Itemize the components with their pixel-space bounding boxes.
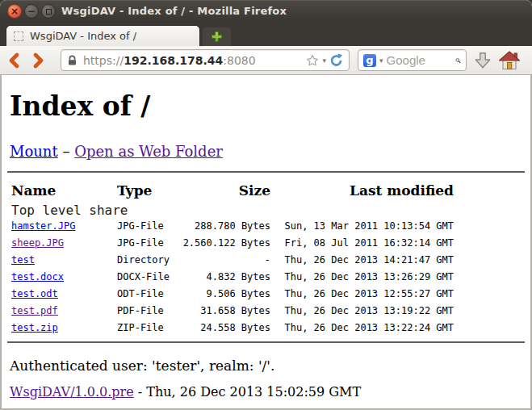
mount-link[interactable]: Mount: [10, 143, 58, 160]
table-row: test.docx DOCX-File 4.832 Bytes Thu, 26 …: [11, 269, 530, 286]
navigation-toolbar: https://192.168.178.44:8080 ▾ g ▾: [0, 46, 532, 75]
page-content: Index of / Mount – Open as Web Folder Na…: [0, 75, 532, 410]
window-close-button[interactable]: ×: [7, 4, 22, 19]
window-maximize-button[interactable]: [41, 4, 56, 19]
file-modified: Fri, 08 Jul 2011 16:32:14 GMT: [270, 235, 454, 252]
page-title: Index of /: [10, 90, 522, 122]
file-size: 2.560.122 Bytes: [171, 235, 270, 252]
window-minimize-button[interactable]: −: [24, 4, 39, 19]
maximize-icon: [46, 9, 52, 15]
tab-label: WsgiDAV - Index of /: [30, 30, 136, 42]
url-dropdown-caret-icon[interactable]: ▾: [322, 56, 326, 65]
file-type: DOCX-File: [117, 269, 171, 286]
footer-timestamp: - Thu, 26 Dec 2013 15:02:59 GMT: [134, 384, 361, 400]
file-link[interactable]: test.zip: [11, 322, 58, 333]
search-input[interactable]: [387, 53, 456, 67]
file-modified: Sun, 13 Mar 2011 10:13:54 GMT: [270, 218, 454, 235]
file-table-body: hamster.JPG JPG-File 288.780 Bytes Sun, …: [11, 218, 530, 337]
file-link[interactable]: test.pdf: [11, 305, 58, 316]
file-modified: Thu, 26 Dec 2013 13:19:22 GMT: [270, 303, 454, 320]
table-row: test.pdf PDF-File 31.658 Bytes Thu, 26 D…: [11, 303, 530, 320]
url-bar[interactable]: https://192.168.178.44:8080 ▾: [61, 49, 350, 71]
table-row: test.zip ZIP-File 24.558 Bytes Thu, 26 D…: [11, 320, 530, 337]
open-as-web-folder-link[interactable]: Open as Web Folder: [74, 143, 223, 160]
downloads-button[interactable]: [472, 50, 493, 74]
browser-window: × − WsgiDAV - Index of / - Mozilla Firef…: [0, 0, 532, 410]
search-box[interactable]: g ▾: [358, 49, 467, 71]
divider-bottom: [7, 341, 525, 343]
close-icon: ×: [10, 6, 19, 16]
auth-status-line: Authenticated user: 'tester', realm: '/'…: [10, 358, 522, 374]
file-modified: Thu, 26 Dec 2013 14:21:47 GMT: [270, 252, 454, 269]
url-host: 192.168.178.44: [124, 54, 223, 67]
home-house-icon: [498, 50, 521, 71]
tab-wsgidav[interactable]: WsgiDAV - Index of /: [6, 26, 199, 46]
file-listing: Name Type Size Last modified Top level s…: [11, 182, 530, 337]
file-link[interactable]: test.docx: [11, 271, 64, 282]
url-text: https://192.168.178.44:8080: [83, 54, 306, 67]
tab-bar: WsgiDAV - Index of /: [0, 23, 532, 46]
column-header-modified: Last modified: [270, 182, 454, 199]
file-link[interactable]: hamster.JPG: [11, 220, 75, 232]
wsgidav-version-link[interactable]: WsgiDAV/1.0.0.pre: [10, 384, 134, 400]
column-header-size: Size: [171, 182, 270, 199]
share-note: Top level share: [11, 203, 530, 218]
table-row: test.odt ODT-File 9.506 Bytes Thu, 26 De…: [11, 286, 530, 303]
titlebar: × − WsgiDAV - Index of / - Mozilla Firef…: [0, 0, 532, 23]
bookmark-star-icon[interactable]: [306, 54, 319, 67]
back-button[interactable]: [4, 52, 23, 69]
google-logo-icon: g: [363, 54, 376, 67]
file-link[interactable]: sheep.JPG: [11, 237, 64, 249]
table-header-row: Name Type Size Last modified: [11, 182, 530, 199]
file-type: JPG-File: [117, 218, 171, 235]
file-type: PDF-File: [117, 303, 171, 320]
column-header-name: Name: [11, 182, 117, 199]
tab-favicon-placeholder-icon: [14, 31, 23, 41]
search-magnifier-icon[interactable]: [455, 54, 461, 67]
table-row: test Directory - Thu, 26 Dec 2013 14:21:…: [11, 252, 530, 269]
file-modified: Thu, 26 Dec 2013 13:26:29 GMT: [270, 269, 454, 286]
file-modified: Thu, 26 Dec 2013 12:55:27 GMT: [270, 286, 454, 303]
file-size: 4.832 Bytes: [171, 269, 270, 286]
file-size: 24.558 Bytes: [171, 320, 270, 337]
file-size: 9.506 Bytes: [171, 286, 270, 303]
new-tab-plus-icon: [210, 30, 224, 44]
search-engine-caret-icon[interactable]: ▾: [379, 56, 383, 65]
home-button[interactable]: [498, 50, 521, 74]
forward-button[interactable]: [29, 52, 48, 69]
file-type: JPG-File: [117, 235, 171, 252]
lock-icon: [67, 55, 77, 66]
file-link[interactable]: test.odt: [11, 288, 58, 299]
download-arrow-icon: [472, 50, 493, 71]
file-type: ODT-File: [117, 286, 171, 303]
server-footer: WsgiDAV/1.0.0.pre - Thu, 26 Dec 2013 15:…: [10, 384, 522, 400]
back-arrow-icon: [7, 52, 20, 69]
url-port: :8080: [223, 54, 255, 67]
file-modified: Thu, 26 Dec 2013 13:22:24 GMT: [270, 320, 454, 337]
file-size: 288.780 Bytes: [171, 218, 270, 235]
file-type: Directory: [117, 252, 171, 269]
file-size: -: [171, 252, 270, 269]
forward-arrow-icon: [32, 52, 45, 69]
file-type: ZIP-File: [117, 320, 171, 337]
divider-top: [7, 171, 525, 173]
new-tab-button[interactable]: [203, 27, 231, 46]
window-title: WsgiDAV - Index of / - Mozilla Firefox: [61, 0, 287, 23]
file-size: 31.658 Bytes: [171, 303, 270, 320]
minimize-icon: −: [27, 6, 36, 16]
table-row: hamster.JPG JPG-File 288.780 Bytes Sun, …: [11, 218, 530, 235]
nav-links-separator: –: [62, 143, 69, 160]
column-header-type: Type: [117, 182, 171, 199]
page-nav-links: Mount – Open as Web Folder: [10, 143, 522, 160]
url-scheme: https://: [83, 54, 124, 67]
file-link[interactable]: test: [11, 254, 35, 266]
table-row: sheep.JPG JPG-File 2.560.122 Bytes Fri, …: [11, 235, 530, 252]
reload-icon[interactable]: [329, 53, 343, 67]
